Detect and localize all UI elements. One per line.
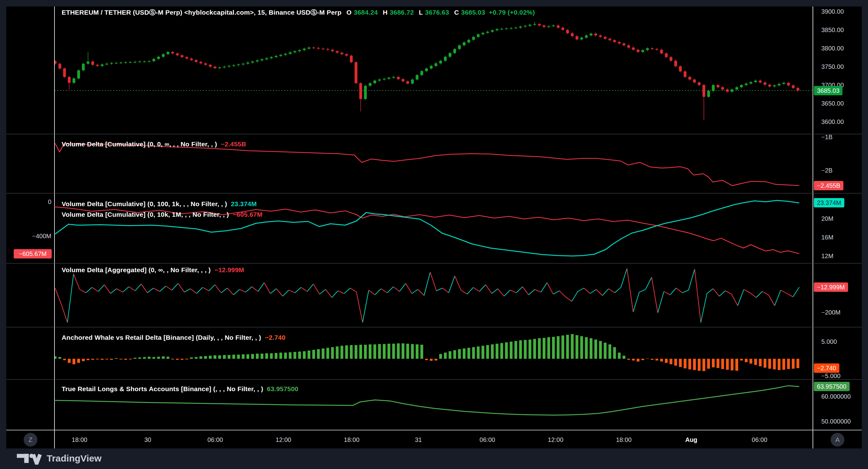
candle-body <box>227 66 230 67</box>
whale-delta-bar <box>608 345 611 359</box>
aggregated-delta-segment <box>375 289 381 295</box>
whale-delta-bar <box>171 359 174 359</box>
time-axis-label[interactable]: 18:00 <box>344 436 359 443</box>
whale-delta-bar <box>745 359 747 362</box>
time-axis-label[interactable]: 31 <box>415 436 422 443</box>
aggregated-delta-segment <box>80 289 86 293</box>
candle-body <box>482 33 485 34</box>
whale-delta-bar <box>275 353 277 359</box>
aggregated-delta-segment <box>467 288 473 294</box>
aggregated-delta-segment <box>135 284 141 291</box>
pane-separator[interactable] <box>6 327 862 327</box>
aggregated-delta-segment <box>184 289 190 292</box>
aggregated-delta-segment <box>264 283 271 294</box>
pane-separator[interactable] <box>6 263 862 263</box>
whale-delta-bar <box>571 334 574 359</box>
aggregated-delta-segment <box>645 277 652 289</box>
whale-delta-bar <box>68 359 71 363</box>
pane-separator[interactable] <box>6 134 862 134</box>
price-scale-badge: −2.455B <box>814 181 843 190</box>
indicator-label: True Retail Longs & Shorts Accounts [Bin… <box>62 385 263 392</box>
aggregated-delta-segment <box>707 289 713 293</box>
aggregated-delta-segment <box>479 285 486 292</box>
aggregated-delta-segment <box>633 292 640 312</box>
aggregated-delta-segment <box>652 277 658 313</box>
time-axis-label[interactable]: 06:00 <box>207 436 223 443</box>
candle-body <box>782 83 785 84</box>
indicator-title-vd-aggregated[interactable]: Volume Delta [Aggregated] (0, ∞, , No Fi… <box>62 266 244 274</box>
candle-body <box>486 32 489 33</box>
time-axis-label[interactable]: 12:00 <box>548 436 563 443</box>
aggregated-delta-segment <box>313 284 320 294</box>
candle-body <box>406 81 409 84</box>
whale-delta-bar <box>105 359 108 359</box>
timezone-button[interactable]: Z <box>24 433 37 446</box>
whale-delta-bar <box>227 355 230 359</box>
auto-scale-button[interactable]: A <box>831 433 844 446</box>
symbol-title-row[interactable]: ETHEREUM / TETHER (USDⓈ-M Perp) <hyblock… <box>62 8 535 17</box>
whale-delta-bar <box>533 339 536 359</box>
candle-body <box>289 52 292 54</box>
aggregated-delta-segment <box>529 289 535 295</box>
whale-delta-bar <box>298 352 301 359</box>
whale-delta-bar <box>542 338 546 359</box>
indicator-title-vd-cumulative-2[interactable]: Volume Delta [Cumulative] (0, 100, 1k, ,… <box>62 200 257 208</box>
aggregated-delta-segment <box>738 289 744 305</box>
chart-container[interactable]: ETHEREUM / TETHER (USDⓈ-M Perp) <hyblock… <box>6 6 862 448</box>
time-axis-label[interactable]: 18:00 <box>72 436 87 443</box>
aggregated-delta-segment <box>498 289 504 296</box>
time-axis-label[interactable]: 18:00 <box>616 436 632 443</box>
pane-separator[interactable] <box>6 193 862 194</box>
candle-body <box>129 62 132 63</box>
aggregated-delta-segment <box>412 289 418 293</box>
candle-body <box>721 87 724 89</box>
candle-body <box>552 26 555 26</box>
pane-separator[interactable] <box>6 379 862 380</box>
indicator-value: −2.455B <box>221 141 246 148</box>
candle-body <box>500 29 503 30</box>
indicator-title-retail-accounts[interactable]: True Retail Longs & Shorts Accounts [Bin… <box>62 385 298 393</box>
tradingview-logo[interactable]: TradingView <box>17 452 101 465</box>
whale-delta-bar <box>190 357 193 359</box>
aggregated-delta-segment <box>141 284 148 293</box>
time-axis-label[interactable]: 06:00 <box>752 436 768 443</box>
time-axis-label[interactable]: 30 <box>144 436 151 443</box>
candle-body <box>764 83 767 85</box>
whale-delta-bar <box>369 345 371 359</box>
time-axis-label[interactable]: Aug <box>685 436 698 443</box>
indicator-title-vd-cumulative-1[interactable]: Volume Delta [Cumulative] (0, 0, ∞, , , … <box>62 141 246 148</box>
aggregated-delta-segment <box>178 284 184 292</box>
aggregated-delta-segment <box>596 289 602 296</box>
whale-delta-bar <box>251 354 254 359</box>
whale-delta-bar <box>157 357 160 359</box>
candle-body <box>491 30 494 32</box>
whale-delta-bar <box>782 359 785 370</box>
aggregated-delta-segment <box>609 289 615 293</box>
candle-body <box>354 62 358 83</box>
candle-body <box>242 64 245 64</box>
time-axis-label[interactable]: 06:00 <box>479 436 495 443</box>
candle-body <box>260 59 264 60</box>
whale-delta-bar <box>308 351 310 359</box>
whale-delta-bar <box>561 335 564 359</box>
whale-delta-bar <box>448 351 452 359</box>
aggregated-delta-segment <box>399 284 406 292</box>
whale-delta-bar <box>707 359 710 369</box>
candle-body <box>336 51 339 53</box>
aggregated-delta-segment <box>775 290 781 306</box>
candle-body <box>223 67 226 67</box>
indicator-title-whale-retail-delta[interactable]: Anchored Whale vs Retail Delta [Binance]… <box>62 334 285 341</box>
whale-delta-bar <box>331 347 334 359</box>
cumulative-delta-line <box>55 143 799 185</box>
aggregated-delta-segment <box>172 284 178 290</box>
candle-body <box>684 71 686 77</box>
time-axis-label[interactable]: 12:00 <box>276 436 291 443</box>
symbol-description: ETHEREUM / TETHER (USDⓈ-M Perp) <hyblock… <box>62 9 342 16</box>
whale-delta-bar <box>453 350 456 359</box>
candle-body <box>148 61 151 62</box>
indicator-title-vd-cumulative-3[interactable]: Volume Delta [Cumulative] (0, 10k, 1M, ,… <box>62 211 262 218</box>
candle-body <box>190 59 193 60</box>
whale-delta-bar <box>477 346 480 359</box>
candle-body <box>448 53 452 57</box>
candle-body <box>674 61 677 66</box>
